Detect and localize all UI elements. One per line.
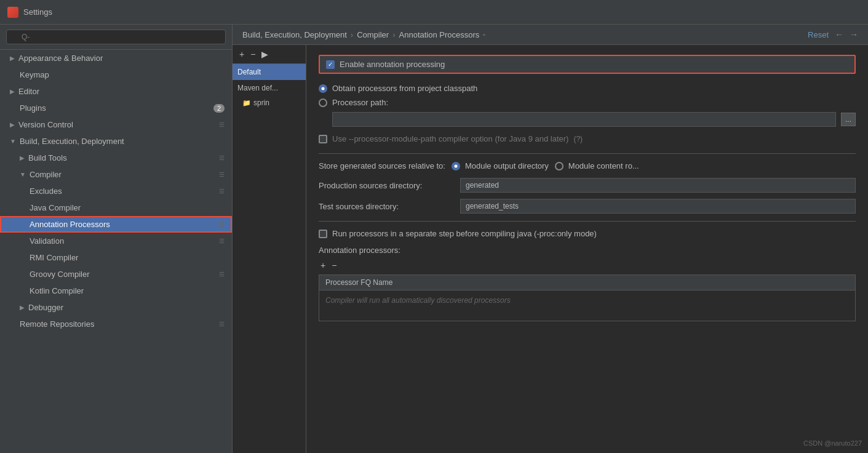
breadcrumb-icon: ▪: [483, 31, 485, 38]
sidebar-item-validation[interactable]: Validation ☰: [0, 233, 232, 249]
profile-maven-label: Maven def...: [237, 84, 278, 92]
obtain-processors-row[interactable]: Obtain processors from project classpath: [319, 84, 856, 93]
sidebar-item-label: Build, Execution, Deployment: [20, 137, 225, 146]
sidebar-item-label: Keymap: [10, 70, 225, 79]
chevron-right-icon: ▶: [10, 121, 15, 128]
sidebar-item-label: Debugger: [28, 303, 225, 312]
annotation-toolbar: + −: [319, 260, 856, 271]
annotation-table-header: Processor FQ Name: [319, 275, 856, 291]
browse-button[interactable]: ...: [841, 113, 856, 126]
module-content-radio[interactable]: [555, 162, 563, 170]
chevron-down-icon: ▼: [20, 171, 26, 178]
search-wrapper: 🔍: [6, 30, 226, 44]
chevron-right-icon: ▶: [10, 55, 15, 62]
production-sources-row: Production sources directory:: [319, 178, 856, 193]
profile-default-label: Default: [237, 68, 261, 76]
use-processor-module-row: Use --processor-module-path compiler opt…: [319, 134, 856, 143]
pin-icon: ☰: [219, 154, 225, 161]
profiles-toolbar: + − ▶: [233, 45, 306, 64]
sidebar-item-label: Version Control: [18, 120, 215, 129]
sidebar-item-annotation-processors[interactable]: Annotation Processors ☰: [0, 216, 232, 233]
annotation-table-body: Compiler will run all automatically disc…: [319, 291, 856, 321]
sidebar-item-build-execution[interactable]: ▼ Build, Execution, Deployment: [0, 133, 232, 150]
add-profile-button[interactable]: +: [237, 49, 246, 60]
store-module-content-row[interactable]: Module content ro...: [555, 161, 639, 170]
sidebar-item-build-tools[interactable]: ▶ Build Tools ☰: [0, 150, 232, 166]
title-bar-title: Settings: [23, 7, 52, 17]
breadcrumb-part-3: Annotation Processors: [399, 30, 480, 39]
sidebar-item-version-control[interactable]: ▶ Version Control ☰: [0, 116, 232, 133]
separator: [319, 153, 856, 154]
pin-icon: ☰: [219, 321, 225, 327]
sidebar-item-groovy-compiler[interactable]: Groovy Compiler ☰: [0, 266, 232, 283]
sidebar-item-java-compiler[interactable]: Java Compiler: [0, 199, 232, 216]
breadcrumb-sep-1: ›: [351, 30, 353, 39]
production-sources-input[interactable]: [460, 178, 856, 193]
annotation-processors-section-label: Annotation processors:: [319, 246, 856, 255]
run-processors-checkbox[interactable]: [319, 230, 327, 238]
sidebar-item-debugger[interactable]: ▶ Debugger: [0, 299, 232, 316]
watermark: CSDN @naruto227: [803, 439, 862, 447]
main-layout: 🔍 ▶ Appearance & Behavior Keymap ▶ Edito…: [0, 25, 868, 453]
sidebar-item-label: Plugins: [10, 103, 210, 113]
sidebar-item-appearance[interactable]: ▶ Appearance & Behavior: [0, 50, 232, 66]
expand-profile-button[interactable]: ▶: [260, 49, 270, 60]
sidebar-item-editor[interactable]: ▶ Editor: [0, 83, 232, 100]
pin-icon: ☰: [219, 271, 225, 278]
test-sources-label: Test sources directory:: [319, 202, 454, 211]
processor-path-label: Processor path:: [332, 98, 388, 107]
chevron-right-icon: ▶: [20, 304, 25, 311]
module-content-label: Module content ro...: [568, 161, 639, 170]
sidebar-item-excludes[interactable]: Excludes ☰: [0, 183, 232, 199]
profiles-panel: + − ▶ Default Maven def... 📁 sprin: [233, 45, 306, 453]
sidebar-item-keymap[interactable]: Keymap: [0, 66, 232, 83]
enable-annotation-row[interactable]: ✓ Enable annotation processing: [319, 55, 856, 74]
sidebar-item-label: Build Tools: [28, 153, 215, 162]
remove-profile-button[interactable]: −: [249, 49, 257, 60]
profile-default[interactable]: Default: [233, 64, 306, 80]
pin-icon: ☰: [219, 221, 225, 228]
sidebar-item-label: Annotation Processors: [30, 220, 215, 229]
sidebar: 🔍 ▶ Appearance & Behavior Keymap ▶ Edito…: [0, 25, 233, 453]
sidebar-item-label: Remote Repositories: [20, 319, 215, 329]
reset-button[interactable]: Reset: [808, 30, 829, 39]
processor-path-input[interactable]: [332, 112, 836, 127]
run-processors-label: Run processors in a separate step before…: [332, 229, 597, 238]
sidebar-item-label: Appearance & Behavior: [18, 54, 225, 63]
sidebar-item-plugins[interactable]: Plugins 2: [0, 100, 232, 116]
test-sources-input[interactable]: [460, 199, 856, 214]
forward-button[interactable]: →: [850, 30, 858, 39]
sidebar-item-label: Kotlin Compiler: [30, 286, 225, 295]
use-processor-module-label: Use --processor-module-path compiler opt…: [332, 134, 568, 143]
content-area: Build, Execution, Deployment › Compiler …: [233, 25, 868, 453]
module-output-label: Module output directory: [465, 161, 549, 170]
remove-annotation-button[interactable]: −: [330, 260, 338, 271]
profile-spring-item[interactable]: 📁 sprin: [233, 96, 306, 110]
pin-icon: ☰: [219, 171, 225, 178]
back-button[interactable]: ←: [835, 30, 843, 39]
sidebar-item-compiler[interactable]: ▼ Compiler ☰: [0, 166, 232, 183]
store-module-output-row[interactable]: Module output directory: [452, 161, 549, 170]
checkmark-icon: ✓: [328, 62, 333, 68]
search-input[interactable]: [6, 30, 226, 44]
search-bar: 🔍: [0, 25, 232, 50]
enable-annotation-checkbox[interactable]: ✓: [326, 60, 335, 69]
content-body: + − ▶ Default Maven def... 📁 sprin: [233, 45, 868, 453]
sidebar-item-rmi-compiler[interactable]: RMI Compiler: [0, 249, 232, 266]
app-icon: [7, 7, 18, 18]
sidebar-item-label: Excludes: [30, 186, 215, 196]
sidebar-item-label: RMI Compiler: [30, 253, 225, 262]
processor-path-radio[interactable]: [319, 98, 327, 107]
sidebar-item-label: Java Compiler: [30, 203, 225, 212]
add-annotation-button[interactable]: +: [319, 260, 327, 271]
obtain-processors-radio[interactable]: [319, 84, 327, 93]
breadcrumb-part-1: Build, Execution, Deployment: [242, 30, 347, 39]
sidebar-item-remote-repositories[interactable]: Remote Repositories ☰: [0, 316, 232, 332]
sidebar-item-kotlin-compiler[interactable]: Kotlin Compiler: [0, 283, 232, 299]
chevron-right-icon: ▶: [10, 88, 15, 95]
module-output-radio[interactable]: [452, 162, 460, 170]
annotation-empty-message: Compiler will run all automatically disc…: [325, 296, 511, 305]
use-processor-module-checkbox[interactable]: [319, 135, 327, 143]
store-sources-row: Store generated sources relative to: Mod…: [319, 161, 856, 170]
profile-maven-def[interactable]: Maven def...: [233, 80, 306, 96]
